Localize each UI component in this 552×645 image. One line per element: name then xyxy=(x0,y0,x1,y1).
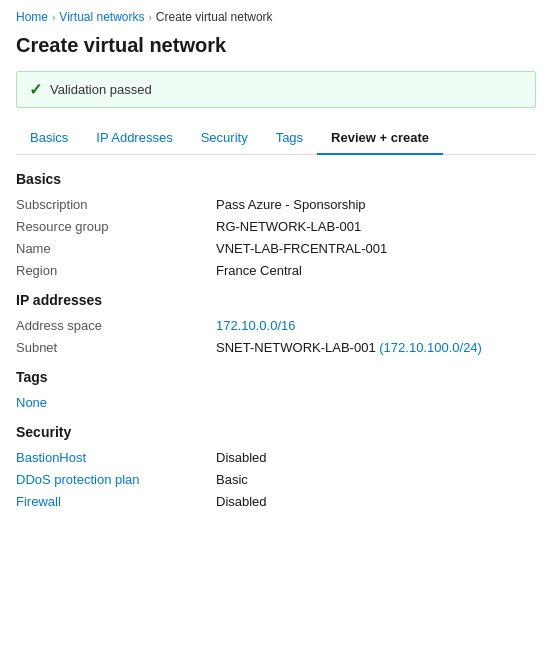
field-address-space: Address space 172.10.0.0/16 xyxy=(16,318,536,333)
section-ip-title: IP addresses xyxy=(16,292,536,308)
tab-bar: Basics IP Addresses Security Tags Review… xyxy=(16,122,536,155)
breadcrumb-home[interactable]: Home xyxy=(16,10,48,24)
field-resource-group: Resource group RG-NETWORK-LAB-001 xyxy=(16,219,536,234)
validation-message: Validation passed xyxy=(50,82,152,97)
field-region-label: Region xyxy=(16,263,216,278)
breadcrumb: Home › Virtual networks › Create virtual… xyxy=(0,0,552,30)
tab-security[interactable]: Security xyxy=(187,122,262,155)
field-subscription-label: Subscription xyxy=(16,197,216,212)
section-tags-title: Tags xyxy=(16,369,536,385)
breadcrumb-current: Create virtual network xyxy=(156,10,273,24)
field-subscription-value: Pass Azure - Sponsorship xyxy=(216,197,366,212)
page-title: Create virtual network xyxy=(0,30,552,71)
field-firewall: Firewall Disabled xyxy=(16,494,536,509)
checkmark-icon: ✓ xyxy=(29,80,42,99)
field-firewall-value: Disabled xyxy=(216,494,267,509)
field-ddos-value: Basic xyxy=(216,472,248,487)
field-ddos: DDoS protection plan Basic xyxy=(16,472,536,487)
breadcrumb-sep-1: › xyxy=(52,12,55,23)
field-subnet: Subnet SNET-NETWORK-LAB-001 (172.10.100.… xyxy=(16,340,536,355)
tab-review-create[interactable]: Review + create xyxy=(317,122,443,155)
field-name-label: Name xyxy=(16,241,216,256)
section-security-title: Security xyxy=(16,424,536,440)
field-bastion-host-label: BastionHost xyxy=(16,450,216,465)
tab-basics[interactable]: Basics xyxy=(16,122,82,155)
subnet-cidr: (172.10.100.0/24) xyxy=(379,340,482,355)
field-region: Region France Central xyxy=(16,263,536,278)
subnet-name: SNET-NETWORK-LAB-001 xyxy=(216,340,376,355)
field-subnet-label: Subnet xyxy=(16,340,216,355)
field-address-space-value: 172.10.0.0/16 xyxy=(216,318,296,333)
tab-tags[interactable]: Tags xyxy=(262,122,317,155)
breadcrumb-virtual-networks[interactable]: Virtual networks xyxy=(59,10,144,24)
review-content: Basics Subscription Pass Azure - Sponsor… xyxy=(0,155,552,509)
field-bastion-host: BastionHost Disabled xyxy=(16,450,536,465)
field-resource-group-label: Resource group xyxy=(16,219,216,234)
field-address-space-label: Address space xyxy=(16,318,216,333)
field-subscription: Subscription Pass Azure - Sponsorship xyxy=(16,197,536,212)
validation-banner: ✓ Validation passed xyxy=(16,71,536,108)
section-basics-title: Basics xyxy=(16,171,536,187)
field-resource-group-value: RG-NETWORK-LAB-001 xyxy=(216,219,361,234)
field-bastion-host-value: Disabled xyxy=(216,450,267,465)
field-firewall-label: Firewall xyxy=(16,494,216,509)
field-region-value: France Central xyxy=(216,263,302,278)
field-name-value: VNET-LAB-FRCENTRAL-001 xyxy=(216,241,387,256)
breadcrumb-sep-2: › xyxy=(149,12,152,23)
field-subnet-value: SNET-NETWORK-LAB-001 (172.10.100.0/24) xyxy=(216,340,482,355)
tags-value: None xyxy=(16,395,536,410)
field-name: Name VNET-LAB-FRCENTRAL-001 xyxy=(16,241,536,256)
tab-ip-addresses[interactable]: IP Addresses xyxy=(82,122,186,155)
field-ddos-label: DDoS protection plan xyxy=(16,472,216,487)
